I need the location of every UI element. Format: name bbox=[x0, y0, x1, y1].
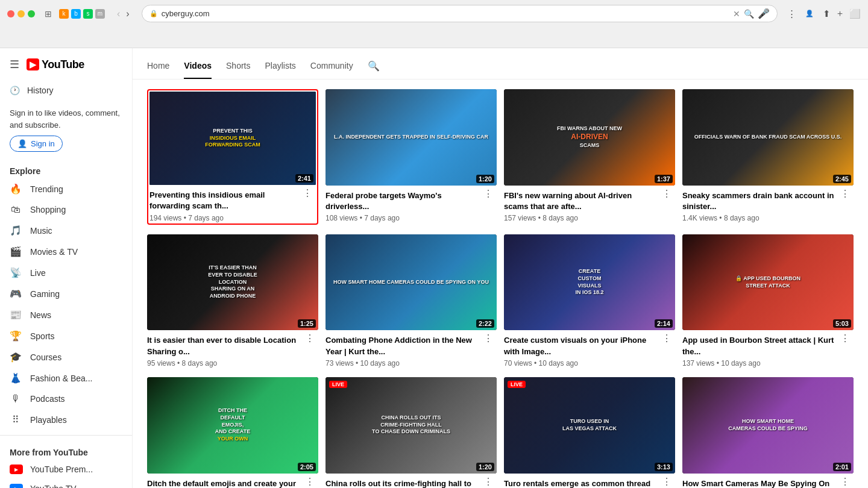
browser-tab-4[interactable]: m bbox=[95, 9, 105, 19]
browser-search-button[interactable]: 🔍 bbox=[744, 9, 754, 19]
share-button[interactable]: ⬆ bbox=[823, 8, 831, 19]
video-title-v5: It is easier than ever to disable Locati… bbox=[147, 335, 300, 357]
browser-tab-2[interactable]: b bbox=[71, 9, 81, 19]
video-menu-button-v11[interactable]: ⋮ bbox=[661, 477, 673, 487]
duration-v1: 2:41 bbox=[295, 174, 313, 183]
video-card-v5[interactable]: IT'S EASIER THANEVER TO DISABLELOCATIONS… bbox=[147, 234, 318, 368]
tab-community[interactable]: Community bbox=[310, 56, 353, 79]
video-menu-button-v8[interactable]: ⋮ bbox=[839, 334, 851, 343]
sidebar-item-courses[interactable]: 🎓 Courses bbox=[0, 346, 132, 368]
sidebar-item-sports[interactable]: 🏆 Sports bbox=[0, 325, 132, 346]
video-title-v1: Preventing this insidious email forwardi… bbox=[149, 190, 298, 211]
back-button[interactable]: ‹ bbox=[115, 7, 122, 20]
minimize-window-button[interactable] bbox=[17, 10, 25, 17]
youtube-logo[interactable]: ▶ YouTube bbox=[27, 58, 84, 71]
channel-search-button[interactable]: 🔍 bbox=[368, 55, 380, 79]
thumb-title-v3: FBI WARNS ABOUT NEWAI-DRIVENSCAMS bbox=[557, 125, 622, 149]
sidebar-item-music[interactable]: 🎵 Music bbox=[0, 220, 132, 241]
video-menu-button-v12[interactable]: ⋮ bbox=[839, 477, 851, 487]
tab-videos[interactable]: Videos bbox=[184, 56, 212, 79]
thumb-title-v4: OFFICIALS WARN OF BANK FRAUD SCAM ACROSS… bbox=[694, 134, 842, 141]
sidebar-item-history[interactable]: 🕐 History bbox=[0, 81, 132, 100]
thumb-overlay-v7: CREATECUSTOMVISUALSIN iOS 18.2 bbox=[504, 234, 675, 331]
sidebar-item-youtube-tv[interactable]: ▶ YouTube TV bbox=[0, 479, 132, 488]
video-menu-button-v3[interactable]: ⋮ bbox=[661, 189, 673, 199]
thumb-title-v9: DITCH THEDEFAULTEMOJIS,AND CREATEYOUR OW… bbox=[215, 407, 250, 442]
video-card-v12[interactable]: HOW SMART HOMECAMERAS COULD BE SPYING 2:… bbox=[682, 377, 854, 488]
sidebar-item-news[interactable]: 📰 News bbox=[0, 304, 132, 325]
tab-playlists[interactable]: Playlists bbox=[265, 56, 295, 79]
video-thumbnail-v11: TURO USED INLAS VEGAS ATTACK LIVE 3:13 bbox=[504, 377, 675, 474]
video-card-v11[interactable]: TURO USED INLAS VEGAS ATTACK LIVE 3:13 T… bbox=[504, 377, 675, 488]
voice-search-button[interactable]: 🎤 bbox=[758, 8, 770, 19]
movies-icon: 🎬 bbox=[10, 246, 22, 257]
video-menu-button-v1[interactable]: ⋮ bbox=[301, 189, 313, 198]
video-meta-v6: 73 views • 10 days ago bbox=[326, 359, 479, 368]
video-text-v11: Turo rentals emerge as common thread in … bbox=[504, 478, 657, 489]
sidebar-item-fashion[interactable]: 👗 Fashion & Bea... bbox=[0, 368, 132, 389]
video-menu-button-v4[interactable]: ⋮ bbox=[839, 189, 851, 199]
video-card-v8[interactable]: 🔒 APP USED BOURBONSTREET ATTACK 5:03 App… bbox=[682, 234, 854, 368]
video-menu-button-v6[interactable]: ⋮ bbox=[482, 334, 494, 343]
video-menu-button-v5[interactable]: ⋮ bbox=[304, 334, 316, 343]
sidebar-item-shopping[interactable]: 🛍 Shopping bbox=[0, 199, 132, 220]
video-card-v1[interactable]: PREVENT THISINSIDIOUS EMAILFORWARDING SC… bbox=[147, 89, 318, 225]
sidebar-item-trending[interactable]: 🔥 Trending bbox=[0, 178, 132, 199]
address-bar[interactable]: 🔒 cyberguy.com ✕ 🔍 🎤 bbox=[142, 5, 778, 22]
sidebar-item-youtube-premium[interactable]: YouTube Prem... bbox=[0, 460, 132, 479]
duration-v6: 2:22 bbox=[476, 319, 494, 328]
sidebar-item-gaming[interactable]: 🎮 Gaming bbox=[0, 283, 132, 304]
video-card-v3[interactable]: FBI WARNS ABOUT NEWAI-DRIVENSCAMS 1:37 F… bbox=[504, 89, 675, 225]
duration-v7: 2:14 bbox=[655, 319, 673, 328]
clear-address-button[interactable]: ✕ bbox=[733, 9, 740, 19]
tab-home[interactable]: Home bbox=[147, 56, 169, 79]
sign-in-button[interactable]: 👤 Sign in bbox=[10, 136, 63, 152]
window-traffic-lights bbox=[7, 10, 35, 17]
duration-v9: 2:05 bbox=[298, 463, 316, 471]
main-content: Home Videos Shorts Playlists Community 🔍… bbox=[133, 48, 868, 488]
tab-shorts[interactable]: Shorts bbox=[226, 56, 250, 79]
video-card-v2[interactable]: L.A. INDEPENDENT GETS TRAPPED IN SELF-DR… bbox=[326, 89, 497, 225]
video-title-v9: Ditch the default emojis and create your… bbox=[147, 478, 300, 489]
sidebar-item-movies[interactable]: 🎬 Movies & TV bbox=[0, 241, 132, 262]
video-menu-button-v7[interactable]: ⋮ bbox=[661, 334, 673, 343]
tab-grid-button[interactable]: ⊞ bbox=[42, 8, 54, 20]
video-menu-button-v2[interactable]: ⋮ bbox=[482, 189, 494, 199]
window-button[interactable]: ⬜ bbox=[849, 8, 861, 19]
sidebar-item-playables[interactable]: ⠿ Playables bbox=[0, 409, 132, 430]
courses-label: Courses bbox=[30, 352, 61, 362]
browser-tab-1[interactable]: k bbox=[59, 9, 69, 19]
video-menu-button-v9[interactable]: ⋮ bbox=[304, 477, 316, 487]
live-dot-v11: LIVE bbox=[508, 381, 526, 388]
sidebar-item-live[interactable]: 📡 Live bbox=[0, 262, 132, 283]
duration-v3: 1:37 bbox=[655, 175, 673, 183]
thumb-title-v6: HOW SMART HOME CAMERAS COULD BE SPYING O… bbox=[333, 279, 489, 286]
forward-button[interactable]: › bbox=[124, 7, 131, 20]
video-text-v2: Federal probe targets Waymo's driverless… bbox=[326, 190, 479, 222]
hamburger-menu-button[interactable]: ☰ bbox=[10, 58, 19, 71]
browser-tab-3[interactable]: s bbox=[83, 9, 93, 19]
thumb-overlay-v12: HOW SMART HOMECAMERAS COULD BE SPYING bbox=[682, 377, 854, 474]
video-text-v9: Ditch the default emojis and create your… bbox=[147, 478, 300, 489]
browser-chrome: ⊞ k b s m ‹ › 🔒 cyberguy.com ✕ 🔍 🎤 ⋮ 👤 ⬆… bbox=[0, 0, 868, 48]
sidebar-item-podcasts[interactable]: 🎙 Podcasts bbox=[0, 389, 132, 409]
music-icon: 🎵 bbox=[10, 225, 22, 236]
video-card-v9[interactable]: DITCH THEDEFAULTEMOJIS,AND CREATEYOUR OW… bbox=[147, 377, 318, 488]
maximize-window-button[interactable] bbox=[28, 10, 35, 17]
browser-menu-button[interactable]: ⋮ bbox=[787, 8, 796, 19]
video-card-v7[interactable]: CREATECUSTOMVISUALSIN iOS 18.2 2:14 Crea… bbox=[504, 234, 675, 368]
video-card-v10[interactable]: CHINA ROLLS OUT ITSCRIME-FIGHTING HALLTO… bbox=[326, 377, 497, 488]
video-title-v12: How Smart Cameras May Be Spying On You |… bbox=[682, 478, 835, 489]
account-button[interactable]: 👤 bbox=[801, 7, 818, 20]
thumb-title-v11: TURO USED INLAS VEGAS ATTACK bbox=[562, 418, 617, 432]
close-window-button[interactable] bbox=[7, 10, 14, 17]
new-tab-button[interactable]: ＋ bbox=[835, 8, 844, 19]
video-card-v4[interactable]: OFFICIALS WARN OF BANK FRAUD SCAM ACROSS… bbox=[682, 89, 854, 225]
thumb-title-v1: PREVENT THISINSIDIOUS EMAILFORWARDING SC… bbox=[205, 128, 260, 149]
video-thumbnail-v8: 🔒 APP USED BOURBONSTREET ATTACK 5:03 bbox=[682, 234, 854, 331]
gaming-icon: 🎮 bbox=[10, 288, 22, 299]
channel-header: Home Videos Shorts Playlists Community 🔍 bbox=[133, 48, 868, 80]
thumb-overlay-v9: DITCH THEDEFAULTEMOJIS,AND CREATEYOUR OW… bbox=[147, 377, 318, 474]
video-menu-button-v10[interactable]: ⋮ bbox=[482, 477, 494, 487]
video-card-v6[interactable]: HOW SMART HOME CAMERAS COULD BE SPYING O… bbox=[326, 234, 497, 368]
